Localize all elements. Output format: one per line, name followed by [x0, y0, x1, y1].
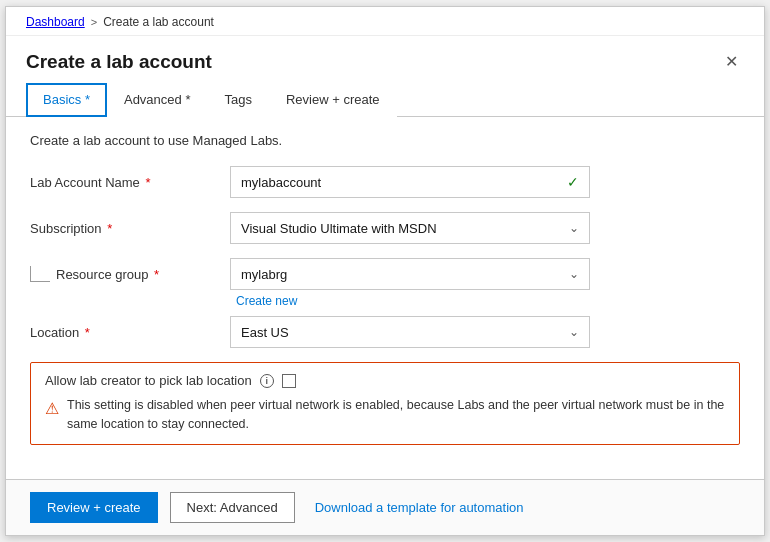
indent-line: [30, 266, 50, 282]
chevron-down-icon: ⌄: [569, 267, 579, 281]
tab-tags[interactable]: Tags: [207, 83, 268, 117]
subscription-dropdown[interactable]: Visual Studio Ultimate with MSDN ⌄: [230, 212, 590, 244]
tab-advanced[interactable]: Advanced *: [107, 83, 208, 117]
lab-account-name-row: Lab Account Name * mylabaccount ✓: [30, 166, 740, 198]
resource-group-content: Resource group * mylabrg ⌄ Create new: [56, 258, 740, 308]
check-icon: ✓: [567, 174, 579, 190]
modal-header: Create a lab account ✕: [6, 36, 764, 83]
subscription-value: Visual Studio Ultimate with MSDN: [241, 221, 437, 236]
lab-account-name-label: Lab Account Name *: [30, 175, 230, 190]
chevron-down-icon: ⌄: [569, 221, 579, 235]
modal-body: Create a lab account to use Managed Labs…: [6, 117, 764, 479]
resource-group-dropdown[interactable]: mylabrg ⌄: [230, 258, 590, 290]
tab-review-create[interactable]: Review + create: [269, 83, 397, 117]
allow-lab-creator-label: Allow lab creator to pick lab location: [45, 373, 252, 388]
create-new-link[interactable]: Create new: [236, 294, 740, 308]
resource-group-value: mylabrg: [241, 267, 287, 282]
modal-title: Create a lab account: [26, 51, 212, 73]
resource-group-label: Resource group *: [56, 267, 230, 282]
warning-text: This setting is disabled when peer virtu…: [67, 396, 725, 434]
tab-basics[interactable]: Basics *: [26, 83, 107, 117]
location-row: Location * East US ⌄: [30, 316, 740, 348]
resource-group-label-row: Resource group * mylabrg ⌄: [56, 258, 740, 290]
lab-account-name-value: mylabaccount: [241, 175, 321, 190]
warning-triangle-icon: ⚠: [45, 397, 59, 421]
tabs-bar: Basics * Advanced * Tags Review + create: [6, 83, 764, 117]
modal-footer: Review + create Next: Advanced Download …: [6, 479, 764, 535]
download-template-link[interactable]: Download a template for automation: [315, 500, 524, 515]
create-lab-modal: Dashboard > Create a lab account Create …: [5, 6, 765, 536]
location-value: East US: [241, 325, 289, 340]
breadcrumb-home-link[interactable]: Dashboard: [26, 15, 85, 29]
warning-box: Allow lab creator to pick lab location i…: [30, 362, 740, 445]
subscription-label: Subscription *: [30, 221, 230, 236]
breadcrumb: Dashboard > Create a lab account: [6, 7, 764, 36]
warning-message: ⚠ This setting is disabled when peer vir…: [45, 396, 725, 434]
location-label: Location *: [30, 325, 230, 340]
warning-checkbox-row: Allow lab creator to pick lab location i: [45, 373, 725, 388]
allow-lab-creator-checkbox[interactable]: [282, 374, 296, 388]
review-create-button[interactable]: Review + create: [30, 492, 158, 523]
next-advanced-button[interactable]: Next: Advanced: [170, 492, 295, 523]
close-button[interactable]: ✕: [719, 50, 744, 73]
chevron-down-icon: ⌄: [569, 325, 579, 339]
subscription-row: Subscription * Visual Studio Ultimate wi…: [30, 212, 740, 244]
lab-account-name-input[interactable]: mylabaccount ✓: [230, 166, 590, 198]
resource-group-row: Resource group * mylabrg ⌄ Create new: [30, 258, 740, 308]
breadcrumb-separator: >: [91, 16, 97, 28]
location-dropdown[interactable]: East US ⌄: [230, 316, 590, 348]
form-description: Create a lab account to use Managed Labs…: [30, 133, 740, 148]
info-icon[interactable]: i: [260, 374, 274, 388]
breadcrumb-current: Create a lab account: [103, 15, 214, 29]
